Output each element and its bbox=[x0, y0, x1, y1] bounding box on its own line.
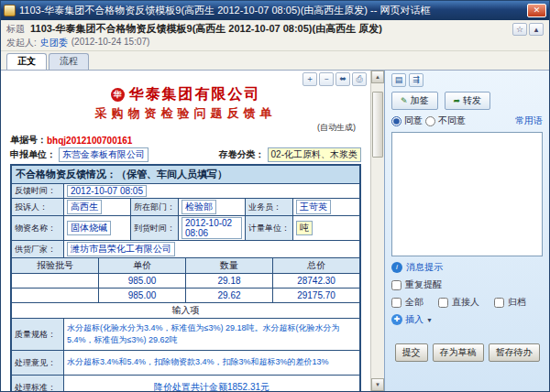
zoom-in-icon[interactable]: ＋ bbox=[302, 72, 317, 86]
message-tip-toggle[interactable]: i 消息提示 bbox=[391, 261, 543, 274]
archive-checkbox[interactable] bbox=[494, 298, 504, 308]
forward-icon: ➦ bbox=[454, 96, 461, 105]
quantity-cell[interactable]: 29.62 bbox=[185, 289, 272, 302]
report-unit-field[interactable]: 东营金泰板有限公司 bbox=[59, 147, 148, 162]
dialog-window: 1103-华泰集团不合格物资反馈模板9(高西生 2012-10-07 08:05… bbox=[0, 0, 550, 392]
all-label: 全部 bbox=[405, 296, 424, 309]
table-row: 供货厂家： 潍坊市昌荣化工有限公司 bbox=[12, 240, 359, 257]
fit-width-icon[interactable]: ⬌ bbox=[336, 72, 350, 86]
auto-generate-hint: (自动生成) bbox=[10, 122, 356, 134]
tab-flow[interactable]: 流程 bbox=[49, 53, 89, 70]
repeat-remind-checkbox[interactable] bbox=[391, 280, 402, 290]
info-icon: i bbox=[391, 262, 402, 273]
title-label: 标题 bbox=[6, 23, 25, 36]
agree-radio[interactable] bbox=[391, 116, 402, 126]
archive-label: 存卷分类： bbox=[219, 148, 265, 161]
feedback-time-label: 反馈时间： bbox=[12, 184, 63, 198]
standard-label: 处理标准： bbox=[12, 376, 63, 391]
document-toolbar: ＋ － ⬌ ⎙ bbox=[302, 72, 367, 86]
measure-unit-field[interactable]: 吨 bbox=[296, 221, 313, 235]
total-cell[interactable]: 29175.70 bbox=[272, 289, 359, 302]
input-row-label[interactable]: 输入项 bbox=[12, 303, 359, 318]
flow-icon[interactable]: ⇶ bbox=[409, 73, 424, 87]
insert-icon: ✚ bbox=[391, 314, 402, 325]
scrollbar-thumb[interactable] bbox=[372, 92, 383, 158]
batch-cell[interactable] bbox=[12, 274, 98, 288]
batch-cell[interactable] bbox=[12, 289, 98, 302]
document-viewport: ＋ － ⬌ ⎙ 华 华泰集团有限公司 采购物资检验问题反馈单 (自动生成) 单据… bbox=[1, 71, 370, 391]
table-row: 投诉人： 高西生 所在部门： 检验部 业务员： 王苛英 bbox=[12, 198, 359, 215]
favorite-icon[interactable]: ☆ bbox=[512, 23, 527, 36]
disagree-radio[interactable] bbox=[425, 116, 435, 126]
close-button[interactable]: ✕ bbox=[527, 4, 546, 17]
document-scrollbar[interactable]: ▲ ▼ bbox=[370, 71, 384, 391]
repeat-remind-label: 重复提醒 bbox=[405, 278, 442, 291]
sender-time: (2012-10-24 15:07) bbox=[72, 37, 150, 49]
table-row: 质量规格： 水分超标(化验水分为3.4%，标准值为≤3%) 29.18吨。水分超… bbox=[12, 318, 359, 350]
submit-button[interactable]: 提交 bbox=[395, 343, 428, 362]
col-quantity: 数量 bbox=[185, 258, 272, 273]
archive-field[interactable]: 02-化工原料、木浆类 bbox=[268, 147, 361, 162]
supplier-field[interactable]: 潍坊市昌荣化工有限公司 bbox=[67, 242, 175, 256]
form-page: 华 华泰集团有限公司 采购物资检验问题反馈单 (自动生成) 单据号： bhqj2… bbox=[1, 71, 370, 391]
document-area: ＋ － ⬌ ⎙ 华 华泰集团有限公司 采购物资检验问题反馈单 (自动生成) 单据… bbox=[1, 71, 384, 391]
forward-button[interactable]: ➦ 转发 bbox=[445, 92, 491, 110]
col-unit-price: 单价 bbox=[98, 258, 185, 273]
report-unit-label: 申报单位： bbox=[10, 148, 56, 161]
opinion1-field[interactable]: 水分超标3.4%和5.4%，扣除物资款3.4%，扣除3%和超标3%的差价13% bbox=[63, 351, 359, 375]
all-checkbox[interactable] bbox=[391, 298, 402, 308]
sender-name[interactable]: 史团委 bbox=[40, 37, 68, 49]
collapse-icon[interactable]: ▴ bbox=[529, 23, 544, 36]
hold-pending-button[interactable]: 暂存待办 bbox=[489, 343, 540, 362]
table-row: 处理标准： 降价处置共计金额1852.31元 bbox=[12, 375, 359, 391]
add-sign-button[interactable]: ✎ 加签 bbox=[391, 92, 438, 110]
col-batch: 报验批号 bbox=[12, 258, 98, 273]
disagree-label: 不同意 bbox=[438, 114, 466, 127]
tab-content[interactable]: 正文 bbox=[6, 53, 47, 70]
dropdown-icon: ▼ bbox=[426, 317, 433, 323]
table-row: 物资名称： 固体烧碱 到货时间： 2012-10-02 08:06 计量单位： … bbox=[12, 215, 359, 240]
salesman-field[interactable]: 王苛英 bbox=[296, 200, 331, 214]
scrollbar-track[interactable] bbox=[371, 83, 384, 378]
bill-no-value: bhqj2012100700161 bbox=[47, 136, 132, 146]
standard-field[interactable]: 降价处置共计金额1852.31元 bbox=[63, 376, 359, 391]
direct-label: 直接人 bbox=[452, 296, 479, 309]
quantity-cell[interactable]: 29.18 bbox=[185, 274, 272, 288]
price-row: 985.00 29.18 28742.30 bbox=[12, 273, 359, 288]
scroll-down-icon[interactable]: ▼ bbox=[371, 378, 384, 391]
sign-icon: ✎ bbox=[401, 96, 408, 105]
archive-checkbox-label: 归档 bbox=[508, 296, 526, 309]
complainant-field[interactable]: 高西生 bbox=[67, 200, 102, 214]
unit-price-cell[interactable]: 985.00 bbox=[98, 289, 185, 302]
dept-field[interactable]: 检验部 bbox=[182, 200, 216, 214]
opinion-textarea[interactable] bbox=[391, 132, 543, 256]
feedback-time-field[interactable]: 2012-10-07 08:05 bbox=[67, 185, 147, 197]
save-draft-button[interactable]: 存为草稿 bbox=[433, 343, 484, 362]
window-title: 1103-华泰集团不合格物资反馈模板9(高西生 2012-10-07 08:05… bbox=[19, 4, 523, 17]
total-cell[interactable]: 28742.30 bbox=[272, 274, 359, 288]
app-icon bbox=[4, 5, 16, 16]
bill-no-label: 单据号： bbox=[10, 134, 47, 147]
unit-price-cell[interactable]: 985.00 bbox=[98, 274, 185, 288]
company-name: 华泰集团有限公司 bbox=[129, 85, 261, 104]
material-field[interactable]: 固体烧碱 bbox=[67, 221, 111, 235]
print-icon[interactable]: ⎙ bbox=[352, 72, 367, 86]
scroll-up-icon[interactable]: ▲ bbox=[371, 71, 384, 83]
document-title: 1103-华泰集团不合格物资反馈模板9(高西生 2012-10-07 08:05… bbox=[30, 22, 507, 36]
insert-button[interactable]: ✚ 插入 ▼ bbox=[391, 313, 543, 326]
arrive-time-field[interactable]: 2012-10-02 08:06 bbox=[182, 217, 242, 239]
feedback-form-table: 不合格物资反馈情况：（保管、车间人员填写） 反馈时间： 2012-10-07 0… bbox=[10, 164, 361, 391]
input-row: 输入项 bbox=[12, 302, 359, 318]
doc-header: 标题 1103-华泰集团不合格物资反馈模板9(高西生 2012-10-07 08… bbox=[1, 20, 549, 51]
material-label: 物资名称： bbox=[12, 216, 63, 240]
zoom-out-icon[interactable]: － bbox=[319, 72, 334, 86]
quality-field[interactable]: 水分超标(化验水分为3.4%，标准值为≤3%) 29.18吨。水分超标(化验水分… bbox=[63, 319, 359, 350]
tab-bar: 正文 流程 bbox=[1, 51, 549, 70]
arrive-time-label: 到货时间： bbox=[130, 216, 178, 240]
opinion1-label: 处理意见： bbox=[12, 351, 63, 375]
complainant-label: 投诉人： bbox=[12, 199, 63, 215]
direct-checkbox[interactable] bbox=[438, 298, 448, 308]
common-phrases-link[interactable]: 常用语 bbox=[515, 114, 543, 127]
doc-icon[interactable]: ▤ bbox=[391, 73, 406, 87]
quality-label: 质量规格： bbox=[12, 319, 63, 350]
